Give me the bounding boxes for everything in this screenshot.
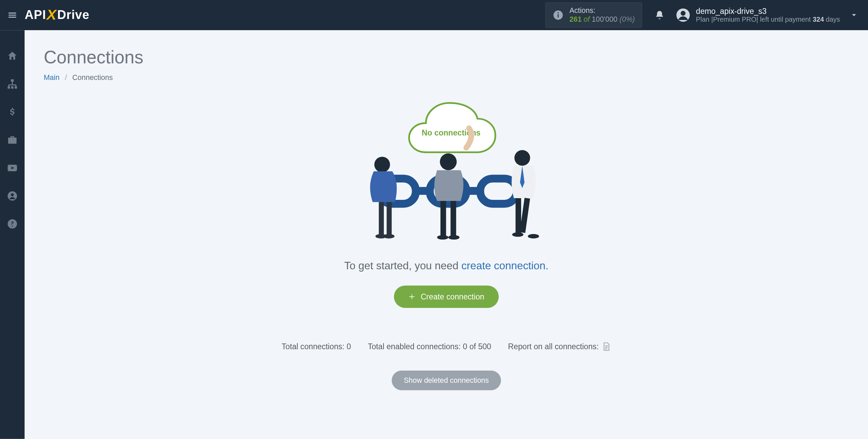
svg-rect-7 (11, 86, 14, 89)
user-menu[interactable]: demo_apix-drive_s3 Plan |Premium PRO| le… (676, 7, 840, 24)
briefcase-icon (7, 134, 18, 146)
dollar-icon (7, 106, 18, 118)
svg-point-22 (383, 234, 394, 238)
total-connections: Total connections: 0 (282, 342, 351, 351)
user-name: demo_apix-drive_s3 (696, 7, 840, 16)
svg-point-11 (11, 193, 14, 196)
show-deleted-button[interactable]: Show deleted connections (392, 371, 501, 390)
youtube-icon (7, 162, 18, 173)
plus-icon (408, 293, 415, 300)
create-connection-button-label: Create connection (421, 292, 485, 301)
svg-rect-15 (480, 179, 516, 204)
avatar-icon (676, 8, 690, 22)
svg-point-18 (374, 157, 390, 172)
main-content: Connections Main / Connections No connec… (25, 30, 868, 439)
actions-of: of (584, 15, 590, 24)
breadcrumb: Main / Connections (44, 74, 849, 82)
svg-rect-24 (440, 201, 446, 235)
page-title: Connections (44, 47, 849, 68)
svg-rect-1 (558, 14, 559, 18)
svg-rect-25 (450, 201, 456, 235)
hamburger-icon (7, 10, 17, 20)
svg-rect-8 (15, 86, 17, 89)
user-circle-icon (7, 190, 18, 202)
svg-point-2 (558, 12, 559, 13)
sidebar-item-briefcase[interactable] (0, 133, 25, 147)
sidebar-item-video[interactable] (0, 161, 25, 175)
svg-point-27 (448, 235, 459, 239)
info-icon (553, 9, 564, 21)
home-icon (7, 50, 18, 62)
stats-row: Total connections: 0 Total enabled conne… (44, 341, 849, 352)
svg-rect-17 (465, 187, 482, 195)
svg-point-23 (440, 153, 457, 170)
svg-rect-19 (378, 202, 383, 235)
sitemap-icon (7, 78, 18, 89)
empty-illustration: No connections (354, 98, 539, 249)
svg-rect-30 (519, 198, 530, 233)
sidebar-item-home[interactable] (0, 49, 25, 63)
enabled-connections: Total enabled connections: 0 of 500 (368, 342, 491, 351)
user-menu-chevron[interactable] (846, 11, 863, 19)
actions-label: Actions: (570, 6, 635, 15)
svg-rect-6 (8, 86, 10, 89)
empty-state: No connections (44, 98, 849, 390)
topbar: APIXDrive Actions: 261 of 100'000 (0%) d… (0, 0, 868, 30)
hamburger-menu[interactable] (0, 0, 25, 30)
svg-rect-29 (515, 198, 521, 233)
bell-icon (654, 10, 665, 20)
svg-point-26 (437, 235, 448, 239)
svg-rect-16 (414, 187, 431, 195)
svg-point-31 (512, 232, 523, 237)
breadcrumb-main-link[interactable]: Main (44, 74, 60, 82)
logo[interactable]: APIXDrive (25, 6, 90, 24)
svg-point-28 (514, 150, 530, 166)
sidebar-item-billing[interactable] (0, 105, 25, 119)
document-icon (602, 341, 611, 352)
sidebar-item-help[interactable] (0, 217, 25, 231)
svg-rect-20 (387, 202, 392, 235)
help-icon (7, 218, 18, 230)
actions-used: 261 (570, 15, 582, 24)
sidebar-item-sitemap[interactable] (0, 77, 25, 91)
actions-pct: (0%) (619, 15, 635, 24)
svg-rect-5 (11, 79, 14, 82)
user-plan: Plan |Premium PRO| left until payment 32… (696, 16, 840, 23)
actions-counter[interactable]: Actions: 261 of 100'000 (0%) (545, 2, 642, 28)
report-all-connections[interactable]: Report on all connections: (508, 341, 611, 352)
sidebar (0, 30, 25, 439)
sidebar-item-account[interactable] (0, 189, 25, 203)
svg-point-32 (528, 234, 539, 238)
svg-point-4 (680, 11, 685, 16)
create-connection-link[interactable]: create connection (461, 260, 546, 272)
breadcrumb-current: Connections (72, 74, 113, 82)
empty-state-text: To get started, you need create connecti… (44, 260, 849, 272)
chevron-down-icon (850, 11, 858, 19)
actions-total: 100'000 (592, 15, 617, 24)
create-connection-button[interactable]: Create connection (394, 286, 499, 308)
notifications-button[interactable] (650, 10, 669, 20)
